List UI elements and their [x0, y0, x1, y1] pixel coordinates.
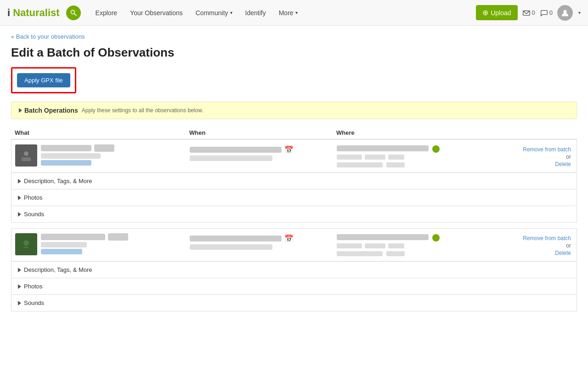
remove-from-batch-2[interactable]: Remove from batch [523, 235, 571, 242]
photos-label-1: Photos [24, 194, 42, 201]
obs-what-2 [15, 233, 190, 255]
brand-i: i [7, 7, 10, 19]
delete-obs-1[interactable]: Delete [555, 161, 571, 167]
obs-loc-s2 [365, 155, 385, 160]
obs-loc2-long [337, 251, 383, 256]
col-when: When [189, 129, 336, 136]
obs-sub-1 [41, 153, 101, 159]
table-header: What When Where [11, 126, 577, 139]
obs-name-blur-1 [41, 145, 91, 151]
messages-button[interactable]: 0 [522, 9, 535, 17]
community-caret: ▾ [230, 10, 232, 15]
delete-obs-2[interactable]: Delete [555, 250, 571, 256]
nav-identify[interactable]: Identify [239, 0, 272, 26]
description-tags-section-2[interactable]: Description, Tags, & More [11, 261, 577, 278]
obs-name-blur-2 [41, 234, 105, 240]
obs-loc-dot-2 [432, 234, 440, 242]
description-tags-header-2[interactable]: Description, Tags, & More [11, 262, 577, 278]
obs-date-2 [190, 236, 282, 242]
upload-button[interactable]: ⊕ Upload [476, 5, 517, 20]
obs-loc-long [337, 162, 383, 167]
obs-loc-sub-1 [337, 155, 429, 160]
obs-what-1 [15, 144, 190, 167]
nav-links: Explore Your Observations Community ▾ Id… [89, 0, 476, 26]
calendar-icon-1[interactable]: 📅 [284, 145, 294, 154]
photos-section-1[interactable]: Photos [11, 189, 577, 206]
obs-or-1: or [566, 154, 571, 160]
obs-sub-blue-1 [41, 160, 91, 166]
obs-thumb-2 [15, 233, 37, 255]
obs-when-1: 📅 [190, 144, 337, 161]
nav-right: ⊕ Upload 0 0 ▾ [476, 5, 581, 21]
col-where: Where [336, 129, 573, 136]
svg-point-0 [71, 10, 74, 14]
obs-loc-1 [337, 145, 429, 151]
obs-loc-acc [386, 162, 405, 167]
svg-line-1 [74, 13, 76, 16]
search-icon [70, 9, 77, 17]
calendar-icon-2[interactable]: 📅 [284, 234, 294, 243]
obs-info-2 [41, 233, 128, 254]
batch-operations: Batch Operations Apply these settings to… [11, 102, 577, 119]
photos-expand-icon-2 [18, 284, 21, 289]
gpx-box: Apply GPX file [11, 67, 76, 93]
brand-logo[interactable]: iNaturalist [7, 7, 60, 19]
obs-info-1 [41, 144, 114, 166]
obs-time-1 [190, 155, 272, 161]
obs-actions-1: Remove from batch or Delete [523, 144, 573, 167]
obs-loc-row-2 [337, 251, 429, 256]
desc-tags-label-2: Description, Tags, & More [24, 266, 92, 273]
photos-expand-icon-1 [18, 196, 21, 200]
sounds-section-1[interactable]: Sounds [11, 206, 577, 222]
obs-where-details-2 [337, 233, 429, 256]
page-title: Edit a Batch of Observations [11, 46, 577, 60]
notifications-button[interactable]: 0 [540, 9, 553, 17]
sounds-expand-icon-2 [18, 301, 21, 305]
navbar: iNaturalist Explore Your Observations Co… [0, 0, 588, 26]
nav-more[interactable]: More ▾ [272, 0, 304, 26]
obs-loc2-s1 [337, 243, 362, 248]
obs-thumb-1 [15, 144, 37, 167]
batch-expand-icon[interactable] [19, 108, 22, 113]
nav-community[interactable]: Community ▾ [189, 0, 239, 26]
sounds-header-1[interactable]: Sounds [11, 206, 577, 222]
back-link[interactable]: « Back to your observations [11, 33, 85, 40]
remove-from-batch-1[interactable]: Remove from batch [523, 146, 571, 153]
obs-date-1 [190, 147, 282, 153]
obs-image-2 [20, 238, 33, 251]
nav-explore[interactable]: Explore [89, 0, 124, 26]
apply-gpx-button[interactable]: Apply GPX file [17, 73, 70, 87]
upload-plus-icon: ⊕ [482, 8, 488, 17]
description-tags-header-1[interactable]: Description, Tags, & More [11, 173, 577, 189]
sounds-header-2[interactable]: Sounds [11, 295, 577, 311]
avatar-caret[interactable]: ▾ [578, 10, 581, 15]
sounds-section-2[interactable]: Sounds [11, 294, 577, 311]
obs-row-1: 📅 [11, 140, 577, 172]
obs-loc2-acc [386, 251, 405, 256]
photos-header-1[interactable]: Photos [11, 190, 577, 206]
obs-loc-sub-2 [337, 243, 429, 248]
obs-time-2 [190, 244, 272, 250]
photos-section-2[interactable]: Photos [11, 278, 577, 294]
sounds-expand-icon-1 [18, 212, 21, 217]
nav-your-observations[interactable]: Your Observations [124, 0, 189, 26]
desc-expand-icon-2 [18, 268, 21, 272]
obs-loc-s3 [388, 155, 404, 160]
obs-image-1 [20, 149, 33, 162]
search-button[interactable] [66, 6, 81, 20]
obs-loc-dot-1 [432, 145, 440, 153]
notifications-count: 0 [549, 9, 553, 16]
avatar[interactable] [557, 5, 573, 21]
envelope-icon [522, 9, 531, 17]
svg-rect-6 [22, 157, 31, 161]
obs-loc2-s3 [388, 243, 404, 248]
obs-sub-blue-2 [41, 249, 82, 254]
messages-count: 0 [532, 9, 535, 16]
photos-header-2[interactable]: Photos [11, 278, 577, 294]
obs-badge-1 [94, 144, 114, 152]
batch-ops-subtitle: Apply these settings to all the observat… [82, 107, 204, 114]
page-content: « Back to your observations Edit a Batch… [0, 26, 588, 324]
obs-row-2: 📅 [11, 229, 577, 261]
obs-loc2-s2 [365, 243, 385, 248]
description-tags-section-1[interactable]: Description, Tags, & More [11, 172, 577, 189]
